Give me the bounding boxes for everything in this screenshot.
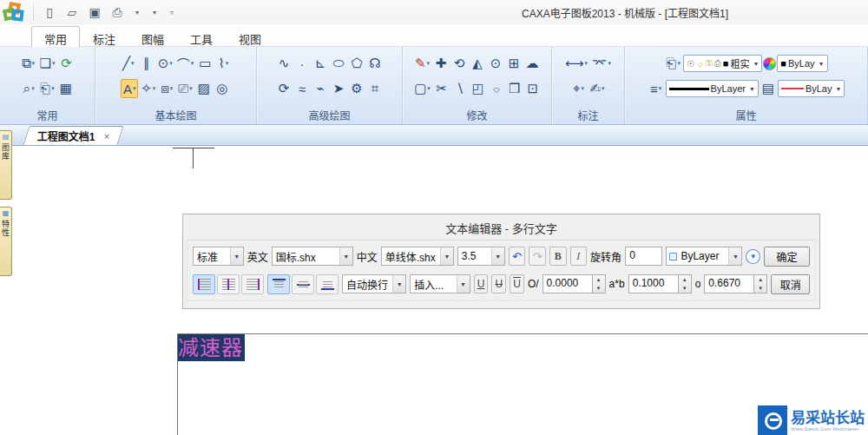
layers-icon[interactable]: ▤ bbox=[760, 79, 777, 98]
hatch-icon[interactable]: ▨ bbox=[195, 79, 213, 98]
arrow-icon[interactable]: ➤ bbox=[330, 79, 347, 98]
expand-options-button[interactable]: ▼ bbox=[746, 249, 760, 264]
tab-tufu[interactable]: 图幅 bbox=[128, 26, 177, 47]
valign-top-button[interactable] bbox=[267, 274, 290, 294]
circle-icon[interactable]: ⊙ bbox=[156, 54, 174, 73]
english-font-select[interactable]: 国标.shx ▼ bbox=[272, 247, 353, 266]
rectangle-icon[interactable]: ▭ bbox=[196, 54, 214, 73]
close-tab-icon[interactable]: × bbox=[104, 131, 109, 142]
parallel-line-icon[interactable]: ∥ bbox=[138, 54, 155, 73]
sidebar-tab-properties[interactable]: ▦ 特性 bbox=[0, 207, 12, 276]
explode-icon[interactable]: ❒ bbox=[506, 79, 523, 98]
line-icon[interactable]: ╱ bbox=[120, 54, 137, 73]
text-color-select[interactable]: ByLayer ▼ bbox=[666, 247, 742, 266]
block-icon[interactable]: ⧈ bbox=[158, 79, 175, 98]
point-line-icon[interactable]: ✧ bbox=[139, 79, 157, 98]
hole-shaft-icon[interactable]: ⌗ bbox=[366, 79, 384, 98]
stamp-icon[interactable]: ⎚ bbox=[176, 79, 194, 98]
dimension-icon[interactable]: ⟷ bbox=[563, 54, 589, 73]
cancel-button[interactable]: 取消 bbox=[771, 274, 810, 294]
insert-select[interactable]: 插入... ▼ bbox=[410, 274, 470, 293]
spline-icon[interactable]: ∿ bbox=[275, 54, 293, 73]
axis-icon[interactable]: ⊾ bbox=[312, 54, 329, 73]
layer-settings-icon[interactable]: ⎗ bbox=[664, 54, 682, 73]
caxa-logo-icon[interactable] bbox=[3, 3, 26, 23]
align-center-button[interactable] bbox=[217, 274, 240, 294]
spinner-buttons[interactable]: ▲▼ bbox=[679, 274, 692, 293]
arc-icon[interactable]: ⌒ bbox=[175, 54, 196, 73]
ellipse-icon[interactable]: ⬭ bbox=[330, 54, 347, 73]
datum-icon[interactable]: ⌤ bbox=[590, 54, 613, 73]
align-left-button[interactable] bbox=[193, 274, 215, 294]
open-file-icon[interactable]: ▱ bbox=[63, 3, 81, 21]
valign-middle-button[interactable] bbox=[292, 274, 314, 294]
ok-button[interactable]: 确定 bbox=[764, 247, 810, 267]
tab-biaozhu[interactable]: 标注 bbox=[80, 26, 128, 47]
line-width-icon[interactable]: ≡ bbox=[648, 79, 665, 98]
region-icon[interactable]: ◎ bbox=[214, 79, 231, 98]
corner-icon[interactable]: ⊡ bbox=[524, 79, 542, 98]
save-icon[interactable]: ▣ bbox=[86, 3, 103, 21]
print-icon[interactable]: ⎙ bbox=[108, 3, 126, 21]
color-wheel-icon[interactable] bbox=[763, 57, 776, 70]
qat-customize-icon[interactable]: ▿ bbox=[166, 3, 178, 21]
overline-button[interactable]: U bbox=[510, 274, 524, 293]
zoom-icon[interactable]: ⌕ bbox=[20, 79, 37, 98]
fillet-icon[interactable]: ⌔ bbox=[488, 79, 505, 98]
oblique-input[interactable]: 0.0000 bbox=[542, 274, 593, 293]
wave-line-icon[interactable]: ≈ bbox=[293, 79, 311, 98]
selected-text[interactable]: 减速器 bbox=[178, 334, 245, 361]
align-right-button[interactable] bbox=[241, 274, 264, 294]
bold-button[interactable]: B bbox=[549, 247, 567, 266]
move-icon[interactable]: ✚ bbox=[432, 54, 450, 73]
spinner-buttons[interactable]: ▲▼ bbox=[754, 274, 767, 293]
revolve-icon[interactable]: ⟳ bbox=[275, 79, 293, 98]
valign-bottom-button[interactable] bbox=[316, 274, 339, 294]
underline-button[interactable]: U bbox=[474, 274, 489, 293]
coordinate-dim-icon[interactable]: ⌖ bbox=[569, 79, 587, 98]
sidebar-tab-library[interactable]: ▤ 图库 bbox=[0, 130, 12, 200]
stretch-icon[interactable]: ▢ bbox=[412, 79, 432, 98]
linetype-combo[interactable]: ByLayer ▼ bbox=[666, 80, 759, 97]
scale-icon[interactable]: ◰ bbox=[470, 79, 487, 98]
trim-icon[interactable]: ✂ bbox=[433, 79, 450, 98]
display-icon[interactable]: ▦ bbox=[57, 79, 75, 98]
refresh-icon[interactable]: ⟳ bbox=[57, 54, 75, 73]
qat-dropdown-2-icon[interactable]: ▾ bbox=[148, 3, 161, 21]
gear-icon[interactable]: ⚙ bbox=[348, 79, 365, 98]
color-combo[interactable]: ■ ByLay ▼ bbox=[777, 55, 827, 72]
polygon-icon[interactable]: ⬠ bbox=[348, 54, 365, 73]
spacing-input[interactable]: 0.1000 bbox=[628, 274, 679, 293]
chinese-font-select[interactable]: 单线体.shx ▼ bbox=[381, 247, 454, 266]
erase-icon[interactable]: ✎ bbox=[413, 54, 431, 73]
text-icon[interactable]: A bbox=[121, 79, 138, 98]
pan-icon[interactable]: ⎗ bbox=[38, 79, 56, 98]
dimstyle-combo[interactable]: ByLay ▼ bbox=[778, 80, 845, 97]
extend-icon[interactable]: ∖ bbox=[451, 79, 469, 98]
offset-icon[interactable]: ☁ bbox=[523, 54, 541, 73]
rotation-input[interactable]: 0 bbox=[625, 247, 662, 266]
polyline-icon[interactable]: ⌇ bbox=[214, 54, 232, 73]
array-icon[interactable]: ⊞ bbox=[505, 54, 523, 73]
font-size-select[interactable]: 3.5 ▼ bbox=[457, 247, 505, 266]
tab-shitu[interactable]: 视图 bbox=[226, 26, 274, 47]
width-factor-input[interactable]: 0.6670 bbox=[704, 274, 754, 293]
bearing-icon[interactable]: ☊ bbox=[366, 54, 384, 73]
paste-icon[interactable]: ❏ bbox=[38, 54, 57, 73]
layer-combo[interactable]: ☉ ☼ ⚿ ⎙ ■ 粗实 ▼ bbox=[683, 55, 762, 72]
dim-edit-icon[interactable]: ✍ bbox=[588, 79, 606, 98]
italic-button[interactable]: I bbox=[570, 247, 588, 266]
wrap-mode-select[interactable]: 自动换行 ▼ bbox=[342, 274, 406, 293]
undo-button[interactable]: ↶ bbox=[509, 247, 526, 266]
break-line-icon[interactable]: ⌁ bbox=[312, 79, 329, 98]
document-tab[interactable]: 工程图文档1 × bbox=[23, 126, 123, 145]
spinner-buttons[interactable]: ▲▼ bbox=[593, 274, 606, 293]
text-style-select[interactable]: 标准 ▼ bbox=[193, 247, 244, 266]
tab-gongju[interactable]: 工具 bbox=[177, 26, 226, 47]
point-icon[interactable]: · bbox=[293, 54, 311, 73]
copy-object-icon[interactable]: ⟲ bbox=[450, 54, 468, 73]
mirror-icon[interactable]: ◭ bbox=[469, 54, 486, 73]
qat-dropdown-1-icon[interactable]: ▾ bbox=[131, 3, 143, 21]
strikethrough-button[interactable]: U bbox=[491, 274, 506, 293]
copy-icon[interactable]: ⧉ bbox=[20, 54, 37, 73]
